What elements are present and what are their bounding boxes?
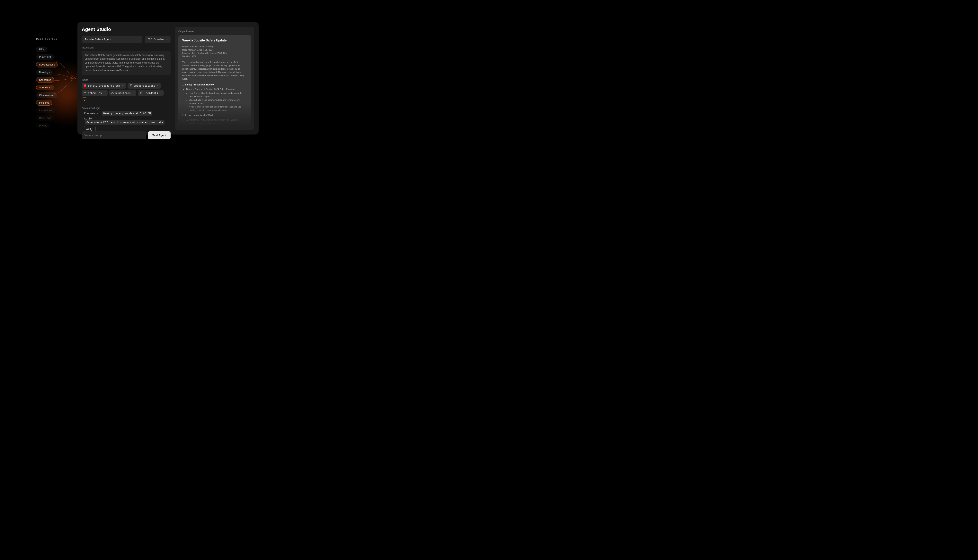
sidebar-item-photos[interactable]: Photos xyxy=(36,123,50,128)
pdf-icon xyxy=(84,84,87,87)
add-logic-button[interactable]: Add + xyxy=(84,126,96,132)
output-preview-label: Output Preview xyxy=(179,30,251,33)
meta-date: Date: Monday, October 28, 2024 xyxy=(182,48,247,52)
input-chip-specifications[interactable]: Specifications✕ xyxy=(127,83,161,88)
output-preview-panel: Output Preview Weekly Jobsite Safety Upd… xyxy=(175,27,254,130)
preview-doc-title: Weekly Jobsite Safety Update xyxy=(182,39,247,42)
sidebar-title: Data Sources xyxy=(36,37,75,40)
input-chip-incidents[interactable]: Incidents✕ xyxy=(138,90,164,96)
plus-icon: + xyxy=(84,98,85,102)
preview-bullet: Heat Stress: Stay hydrated, take breaks,… xyxy=(189,92,247,98)
preview-bullet: Slips & Falls: Keep pathways clear and r… xyxy=(189,98,247,105)
output-type-select[interactable]: PDF Creator xyxy=(145,36,170,43)
input-chip-submittals[interactable]: Submittals✕ xyxy=(109,90,137,96)
prompt-input[interactable] xyxy=(82,132,146,139)
preview-bullet: Incident Review: Address causes of minor… xyxy=(186,125,247,126)
sidebar-item-inspections[interactable]: Inspections xyxy=(36,108,55,113)
action-key: Action: xyxy=(84,117,95,120)
meta-project: Project: Seattle Corridor Railway xyxy=(182,45,247,48)
remove-icon[interactable]: ✕ xyxy=(160,92,162,94)
sidebar-item-rfis[interactable]: RFIs xyxy=(36,47,47,52)
chevron-down-icon xyxy=(166,38,169,40)
meta-weather: Weather: 87°F xyxy=(182,55,247,58)
plus-icon: + xyxy=(92,127,93,130)
inputs-label: Inputs xyxy=(82,78,170,81)
output-type-label: PDF Creator xyxy=(147,38,164,41)
action-value[interactable]: Generate a PDF report summary of updates… xyxy=(85,120,165,125)
preview-intro: This report outlines critical safety upd… xyxy=(182,61,247,80)
sidebar-item-schedules[interactable]: Schedules xyxy=(36,77,54,83)
remove-icon[interactable]: ✕ xyxy=(122,84,124,87)
panel-title: Agent Studio xyxy=(82,27,170,32)
agent-studio-panel: Agent Studio PDF Creator Instructions Th… xyxy=(77,22,259,135)
sidebar-item-incidents[interactable]: Incidents xyxy=(36,100,52,106)
instructions-label: Instructions xyxy=(82,46,170,49)
preview-section2-heading: 2. Action Items for the Week xyxy=(182,114,247,117)
frequency-key: Frequency: xyxy=(84,112,99,115)
sidebar-item-punch-list[interactable]: Punch List xyxy=(36,54,54,60)
submittal-icon xyxy=(111,92,114,94)
agent-name-input[interactable] xyxy=(82,36,142,43)
incident-icon xyxy=(140,92,143,94)
automation-label: Automation Logic xyxy=(82,107,170,110)
svg-rect-8 xyxy=(84,92,86,94)
automation-logic-block: Frequency: Weekly, every Monday at 7:00 … xyxy=(82,111,170,132)
data-sources-sidebar: Data Sources RFIsPunch ListSpecification… xyxy=(36,37,75,128)
add-input-button[interactable]: + xyxy=(82,97,87,103)
preview-section1-top: Attached Document: October 2024 Safety P… xyxy=(186,88,247,112)
remove-icon[interactable]: ✕ xyxy=(132,92,134,94)
input-chip-schedules[interactable]: Schedules✕ xyxy=(82,90,108,96)
sidebar-item-drawings[interactable]: Drawings xyxy=(36,69,53,75)
spec-icon xyxy=(130,84,132,87)
meta-location: Location: 303 S Jackson St, Seattle, WA … xyxy=(182,52,247,55)
svg-rect-13 xyxy=(140,92,142,94)
preview-section1-heading: 1. Safety Procedures Review xyxy=(182,83,247,86)
sidebar-item-observations[interactable]: Observations xyxy=(36,92,57,98)
preview-bullet: Noise Control: Follow sound barrier guid… xyxy=(189,105,247,112)
sidebar-item-specifications[interactable]: Specifications xyxy=(36,62,58,67)
calendar-icon xyxy=(84,92,87,94)
sidebar-item-submittals[interactable]: Submittals xyxy=(36,85,54,90)
preview-bullet: Daily Briefings: 7:00 AM briefings for h… xyxy=(186,118,247,125)
preview-document: Weekly Jobsite Safety Update Project: Se… xyxy=(179,35,251,126)
remove-icon[interactable]: ✕ xyxy=(157,84,159,87)
sidebar-item-daily-logs[interactable]: Daily Logs xyxy=(36,115,54,121)
frequency-value[interactable]: Weekly, every Monday at 7:00 AM xyxy=(102,111,152,115)
input-chip-safety-procedures-pdf[interactable]: safety_procedures.pdf✕ xyxy=(82,83,126,88)
remove-icon[interactable]: ✕ xyxy=(103,92,105,94)
test-agent-button[interactable]: Test Agent xyxy=(148,132,170,139)
instructions-text[interactable]: The Jobsite Safety Agent generates a wee… xyxy=(82,51,170,75)
